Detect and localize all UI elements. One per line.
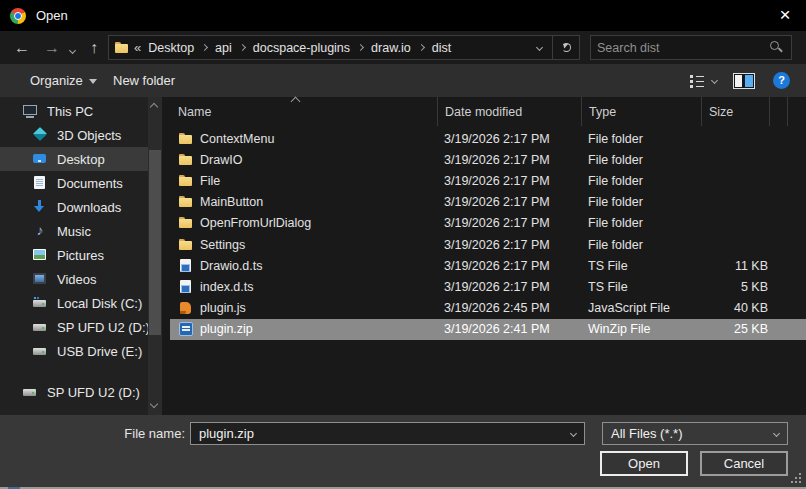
search-box (590, 35, 792, 60)
up-button[interactable]: ↑ (82, 31, 106, 64)
file-row-plugin-zip[interactable]: plugin.zip 3/19/2026 2:41 PM WinZip File… (170, 319, 806, 340)
file-type-combobox[interactable]: All Files (*.*) (602, 422, 788, 445)
cancel-button[interactable]: Cancel (700, 451, 788, 476)
breadcrumb-segment-draw-io[interactable]: draw.io (369, 41, 413, 55)
file-name-combobox (190, 422, 585, 445)
file-row-drawio[interactable]: DrawIO 3/19/2026 2:17 PM File folder (170, 149, 806, 170)
header-spacer (770, 97, 788, 126)
chevron-down-icon (535, 44, 542, 51)
open-button[interactable]: Open (600, 451, 688, 476)
breadcrumb-segment-api[interactable]: api (213, 41, 234, 55)
file-row-file[interactable]: File 3/19/2026 2:17 PM File folder (170, 170, 806, 191)
disk-icon (32, 295, 48, 311)
sidebar-item-3d-objects[interactable]: 3D Objects (0, 123, 148, 147)
preview-pane-icon[interactable] (733, 73, 755, 89)
chrome-icon (10, 8, 26, 24)
column-headers: Name Date modified Type Size (162, 97, 806, 126)
file-date-modified: 3/19/2026 2:17 PM (438, 195, 582, 209)
sidebar-item-music[interactable]: ♪ Music (0, 219, 148, 243)
close-icon[interactable]: × (770, 0, 800, 31)
address-dropdown-button[interactable] (526, 36, 553, 59)
file-size: 11 KB (702, 259, 768, 273)
file-row-settings[interactable]: Settings 3/19/2026 2:17 PM File folder (170, 234, 806, 255)
breadcrumb[interactable]: « Desktopapidocspace-pluginsdraw.iodist (108, 35, 580, 60)
view-mode-button[interactable] (689, 74, 717, 88)
file-row-index-d-ts[interactable]: index.d.ts 3/19/2026 2:17 PM TS File 5 K… (170, 276, 806, 297)
resize-grip[interactable] (799, 481, 801, 483)
file-size: 40 KB (702, 301, 768, 315)
new-folder-button[interactable]: New folder (113, 64, 175, 97)
ts-icon (178, 258, 194, 274)
file-type: File folder (582, 216, 702, 230)
sidebar-item-sp-ufd-u2-d[interactable]: SP UFD U2 (D:) (0, 315, 148, 339)
file-list: Name Date modified Type Size ContextMenu… (162, 97, 806, 415)
sidebar-item-label: Documents (57, 176, 123, 191)
scroll-up-icon[interactable] (151, 101, 159, 109)
sidebar-scrollbar[interactable] (148, 97, 162, 415)
header-date-modified[interactable]: Date modified (438, 97, 582, 126)
sidebar-item-label: Desktop (57, 152, 105, 167)
chevron-down-icon[interactable] (570, 430, 577, 437)
sidebar-item-sp-ufd-u2-d[interactable]: SP UFD U2 (D:) (0, 380, 148, 404)
header-size[interactable]: Size (702, 97, 770, 126)
forward-button[interactable]: → (38, 31, 66, 64)
sidebar-item-label: This PC (47, 104, 93, 119)
file-row-mainbutton[interactable]: MainButton 3/19/2026 2:17 PM File folder (170, 192, 806, 213)
sidebar-item-pictures[interactable]: Pictures (0, 243, 148, 267)
scroll-down-icon[interactable] (151, 401, 159, 409)
video-icon (32, 271, 48, 287)
sidebar-item-videos[interactable]: Videos (0, 267, 148, 291)
folder-icon (178, 194, 194, 210)
folder-icon (114, 40, 130, 56)
zip-icon (178, 321, 194, 337)
computer-icon (22, 103, 38, 119)
cube-icon (32, 127, 48, 143)
organize-button[interactable]: Organize (30, 64, 97, 97)
sidebar-item-documents[interactable]: Documents (0, 171, 148, 195)
sidebar-item-downloads[interactable]: Downloads (0, 195, 148, 219)
chevron-down-icon (773, 430, 780, 437)
file-name: MainButton (200, 195, 263, 209)
recent-locations-button[interactable] (64, 31, 80, 64)
back-button[interactable]: ← (8, 31, 36, 64)
file-type: File folder (582, 132, 702, 146)
sidebar-item-label: SP UFD U2 (D:) (57, 320, 150, 335)
chevron-right-icon (418, 44, 425, 51)
sidebar-item-usb-drive-e[interactable]: USB Drive (E:) (0, 339, 148, 363)
search-input[interactable] (591, 41, 770, 55)
picture-icon (32, 247, 48, 263)
dialog-body: This PC 3D Objects Desktop Documents Dow… (0, 97, 806, 415)
chevron-down-icon (68, 47, 75, 54)
toolbar-right: ? (689, 64, 806, 97)
file-row-contextmenu[interactable]: ContextMenu 3/19/2026 2:17 PM File folde… (170, 128, 806, 149)
file-date-modified: 3/19/2026 2:45 PM (438, 301, 582, 315)
refresh-button[interactable] (553, 36, 579, 59)
file-date-modified: 3/19/2026 2:17 PM (438, 259, 582, 273)
file-row-drawio-d-ts[interactable]: Drawio.d.ts 3/19/2026 2:17 PM TS File 11… (170, 255, 806, 276)
search-icon[interactable] (770, 41, 783, 54)
scrollbar-thumb[interactable] (149, 150, 161, 335)
file-name-input[interactable] (191, 426, 571, 441)
file-row-plugin-js[interactable]: plugin.js 3/19/2026 2:45 PM JavaScript F… (170, 298, 806, 319)
help-icon[interactable]: ? (773, 72, 790, 89)
file-row-openfromurldialog[interactable]: OpenFromUrlDialog 3/19/2026 2:17 PM File… (170, 213, 806, 234)
drive-icon (22, 384, 38, 400)
file-type: WinZip File (582, 322, 702, 336)
chevron-right-icon (201, 44, 208, 51)
file-date-modified: 3/19/2026 2:17 PM (438, 280, 582, 294)
list-view-icon (689, 74, 705, 88)
sidebar-item-this-pc[interactable]: This PC (0, 99, 148, 123)
breadcrumb-segment-desktop[interactable]: Desktop (146, 41, 196, 55)
sidebar-item-local-disk-c[interactable]: Local Disk (C:) (0, 291, 148, 315)
file-name: File (200, 174, 220, 188)
sidebar-item-label: USB Drive (E:) (57, 344, 142, 359)
refresh-icon (561, 42, 572, 53)
sidebar-item-desktop[interactable]: Desktop (0, 147, 148, 171)
breadcrumb-segment-dist[interactable]: dist (430, 41, 453, 55)
sidebar-item-label: Pictures (57, 248, 104, 263)
breadcrumb-segment-docspace-plugins[interactable]: docspace-plugins (251, 41, 352, 55)
sidebar-item-label: 3D Objects (57, 128, 121, 143)
header-type[interactable]: Type (582, 97, 702, 126)
window-title: Open (36, 0, 68, 31)
music-icon: ♪ (32, 223, 48, 239)
